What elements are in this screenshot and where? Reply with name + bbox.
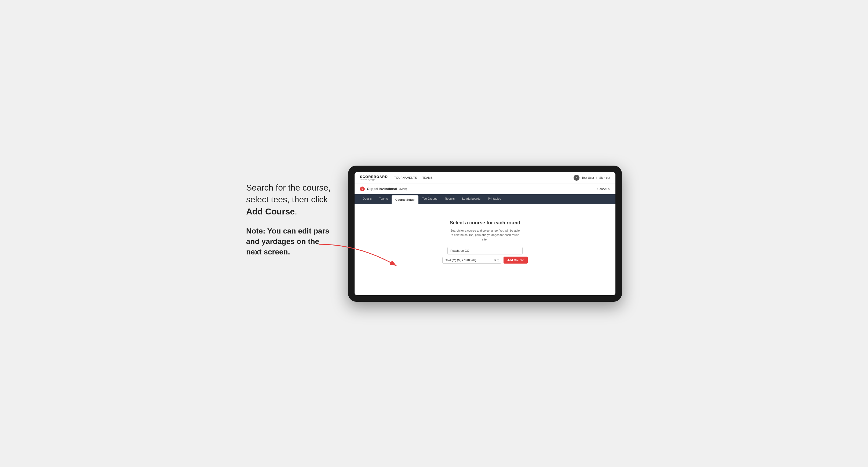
logo-area: SCOREBOARD Powered by clippd	[360, 175, 388, 181]
user-avatar: R	[574, 175, 580, 181]
tournament-type: (Men)	[399, 187, 407, 191]
tab-results[interactable]: Results	[441, 194, 458, 204]
nav-links: TOURNAMENTS TEAMS	[394, 176, 433, 179]
tee-value: Gold (M) (M) (7010 yds)	[445, 258, 494, 262]
top-nav: SCOREBOARD Powered by clippd TOURNAMENTS…	[354, 172, 615, 184]
tablet-screen: SCOREBOARD Powered by clippd TOURNAMENTS…	[354, 172, 615, 295]
section-title: Select a course for each round	[450, 220, 520, 226]
nav-teams[interactable]: TEAMS	[423, 176, 433, 179]
tab-leaderboards[interactable]: Leaderboards	[458, 194, 484, 204]
add-course-button[interactable]: Add Course	[503, 257, 528, 263]
tab-printables[interactable]: Printables	[484, 194, 505, 204]
chevron-up-icon: ▲	[497, 258, 499, 260]
logo-sub: Powered by clippd	[360, 179, 388, 181]
nav-separator: |	[596, 176, 597, 179]
logo-text: SCOREBOARD	[360, 175, 388, 179]
tee-controls: × ▲ ▼	[494, 258, 499, 262]
tee-selector-row: Gold (M) (M) (7010 yds) × ▲ ▼ Add Course	[442, 257, 528, 263]
instruction-panel: Search for the course, select tees, then…	[246, 165, 332, 266]
signout-link[interactable]: Sign out	[599, 176, 610, 179]
tee-chevrons: ▲ ▼	[497, 258, 499, 262]
tee-input-wrapper[interactable]: Gold (M) (M) (7010 yds) × ▲ ▼	[442, 257, 501, 263]
tee-clear-button[interactable]: ×	[494, 258, 496, 262]
tablet-frame: SCOREBOARD Powered by clippd TOURNAMENTS…	[348, 165, 622, 302]
section-description: Search for a course and select a tee. Yo…	[450, 228, 520, 242]
top-nav-right: R Test User | Sign out	[574, 175, 610, 181]
tournament-icon: C	[360, 187, 365, 191]
tab-bar: Details Teams Course Setup Tee Groups Re…	[354, 194, 615, 204]
tournament-title: C Clippd Invitational (Men)	[360, 187, 407, 191]
tournament-header: C Clippd Invitational (Men) Cancel ✕	[354, 184, 615, 194]
main-content: Select a course for each round Search fo…	[354, 204, 615, 295]
cancel-button[interactable]: Cancel ✕	[597, 187, 610, 191]
nav-tournaments[interactable]: TOURNAMENTS	[394, 176, 417, 179]
tab-teams[interactable]: Teams	[375, 194, 392, 204]
tab-course-setup[interactable]: Course Setup	[392, 195, 418, 204]
top-nav-left: SCOREBOARD Powered by clippd TOURNAMENTS…	[360, 175, 433, 181]
instruction-text: Search for the course, select tees, then…	[246, 182, 332, 218]
note-text: Note: You can edit pars and yardages on …	[246, 226, 332, 257]
page-wrapper: Search for the course, select tees, then…	[246, 165, 622, 302]
tab-details[interactable]: Details	[359, 194, 375, 204]
chevron-down-icon: ▼	[497, 260, 499, 262]
tablet-container: SCOREBOARD Powered by clippd TOURNAMENTS…	[348, 165, 622, 302]
tab-tee-groups[interactable]: Tee Groups	[418, 194, 441, 204]
tournament-name: Clippd Invitational	[367, 187, 397, 191]
course-search-input[interactable]	[447, 247, 523, 254]
user-label: Test User	[582, 176, 594, 179]
